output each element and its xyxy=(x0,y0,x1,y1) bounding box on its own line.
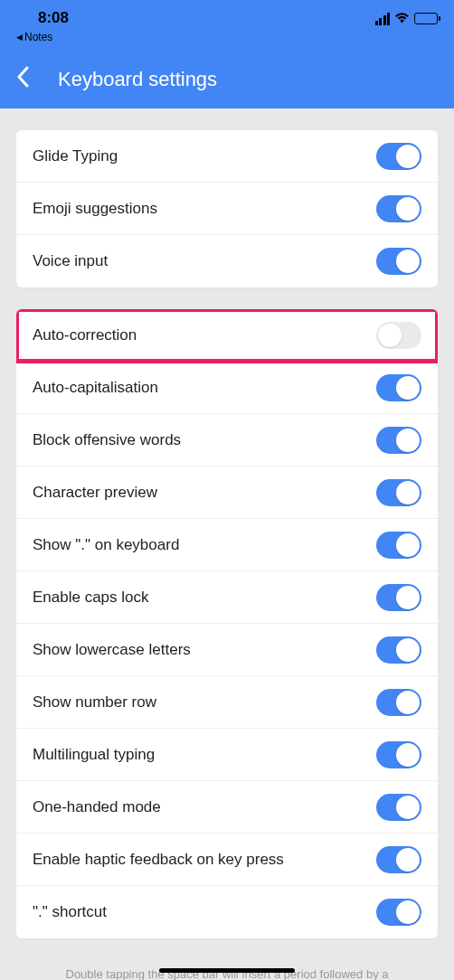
status-icons xyxy=(375,9,439,26)
setting-row-emoji-suggestions[interactable]: Emoji suggestions xyxy=(16,183,438,235)
toggle-knob xyxy=(396,900,420,924)
setting-row-enable-caps-lock[interactable]: Enable caps lock xyxy=(16,571,438,624)
toggle-knob xyxy=(396,533,420,557)
setting-label: Auto-capitalisation xyxy=(33,379,158,397)
toggle-knob xyxy=(396,250,420,273)
toggle-knob xyxy=(396,796,420,819)
setting-row-show-lowercase-letters[interactable]: Show lowercase letters xyxy=(16,624,438,676)
toggle-glide-typing[interactable] xyxy=(376,143,421,170)
settings-group: Auto-correctionAuto-capitalisationBlock … xyxy=(16,309,438,938)
setting-row-glide-typing[interactable]: Glide Typing xyxy=(16,130,438,183)
toggle-one-handed-mode[interactable] xyxy=(376,794,421,821)
setting-label: Auto-correction xyxy=(33,326,137,344)
toggle-knob xyxy=(378,324,402,347)
toggle-knob xyxy=(396,376,420,400)
setting-row-period-shortcut[interactable]: "." shortcut xyxy=(16,886,438,938)
page-title: Keyboard settings xyxy=(58,68,217,91)
toggle-enable-caps-lock[interactable] xyxy=(376,584,421,611)
toggle-knob xyxy=(396,481,420,504)
setting-label: Emoji suggestions xyxy=(33,200,157,218)
toggle-emoji-suggestions[interactable] xyxy=(376,195,421,222)
toggle-enable-haptic-feedback[interactable] xyxy=(376,846,421,873)
battery-icon xyxy=(414,13,438,24)
setting-label: Show number row xyxy=(33,693,156,711)
settings-content: Glide TypingEmoji suggestionsVoice input… xyxy=(0,108,454,980)
toggle-knob xyxy=(396,586,420,609)
toggle-auto-capitalisation[interactable] xyxy=(376,374,421,401)
status-time: 8:08 xyxy=(38,9,69,27)
setting-label: "." shortcut xyxy=(33,903,107,921)
setting-row-one-handed-mode[interactable]: One-handed mode xyxy=(16,781,438,834)
toggle-knob xyxy=(396,429,420,452)
toggle-knob xyxy=(396,848,420,872)
wifi-icon xyxy=(394,11,410,26)
app-header: Keyboard settings xyxy=(0,51,454,108)
setting-row-enable-haptic-feedback[interactable]: Enable haptic feedback on key press xyxy=(16,834,438,886)
setting-row-auto-capitalisation[interactable]: Auto-capitalisation xyxy=(16,362,438,414)
status-bar: 8:08 Notes xyxy=(0,0,454,51)
toggle-knob xyxy=(396,145,420,168)
setting-label: Show "." on keyboard xyxy=(33,536,179,554)
setting-row-voice-input[interactable]: Voice input xyxy=(16,235,438,287)
setting-label: Show lowercase letters xyxy=(33,641,191,659)
toggle-show-period-on-keyboard[interactable] xyxy=(376,532,421,559)
setting-row-block-offensive-words[interactable]: Block offensive words xyxy=(16,414,438,466)
toggle-knob xyxy=(396,691,420,714)
setting-row-auto-correction[interactable]: Auto-correction xyxy=(16,309,438,362)
back-button[interactable] xyxy=(16,57,36,103)
setting-label: Character preview xyxy=(33,484,157,502)
toggle-knob xyxy=(396,197,420,221)
toggle-voice-input[interactable] xyxy=(376,248,421,275)
cellular-signal-icon xyxy=(375,13,391,25)
setting-row-character-preview[interactable]: Character preview xyxy=(16,466,438,519)
toggle-multilingual-typing[interactable] xyxy=(376,741,421,768)
setting-label: Enable haptic feedback on key press xyxy=(33,851,284,869)
settings-group: Glide TypingEmoji suggestionsVoice input xyxy=(16,130,438,287)
home-indicator[interactable] xyxy=(159,968,295,973)
toggle-show-number-row[interactable] xyxy=(376,689,421,716)
setting-row-show-period-on-keyboard[interactable]: Show "." on keyboard xyxy=(16,519,438,571)
setting-row-show-number-row[interactable]: Show number row xyxy=(16,676,438,729)
toggle-knob xyxy=(396,638,420,662)
setting-label: Multilingual typing xyxy=(33,746,155,764)
setting-label: Glide Typing xyxy=(33,147,118,165)
toggle-knob xyxy=(396,743,420,767)
toggle-auto-correction[interactable] xyxy=(376,322,421,349)
setting-row-multilingual-typing[interactable]: Multilingual typing xyxy=(16,729,438,781)
toggle-show-lowercase-letters[interactable] xyxy=(376,636,421,664)
toggle-period-shortcut[interactable] xyxy=(376,899,421,926)
toggle-block-offensive-words[interactable] xyxy=(376,427,421,454)
back-to-app[interactable]: Notes xyxy=(16,31,69,43)
setting-label: One-handed mode xyxy=(33,798,161,816)
setting-label: Voice input xyxy=(33,252,108,270)
toggle-character-preview[interactable] xyxy=(376,479,421,506)
setting-label: Block offensive words xyxy=(33,431,181,449)
setting-label: Enable caps lock xyxy=(33,589,149,607)
